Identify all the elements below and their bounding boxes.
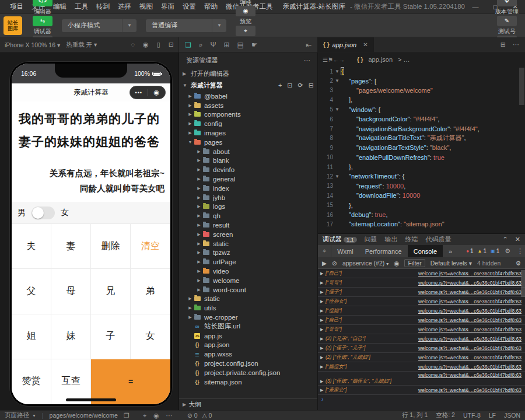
- console-source-link[interactable]: welcome.js?t=wechat&…c6e36c01bf47bdf8:63: [418, 308, 522, 314]
- current-page-path[interactable]: pages/welcome/welcome: [50, 412, 118, 419]
- tree-item-we-cropper[interactable]: ▶we-cropper: [179, 313, 317, 322]
- project-section[interactable]: ▼ 亲戚计算器 +⊡⟳⊟: [179, 79, 317, 91]
- tree-item-站长图库.url[interactable]: ∞站长图库.url: [179, 322, 317, 331]
- expand-icon[interactable]: ▶: [320, 327, 326, 332]
- tree-item-@babel[interactable]: ▶@babel: [179, 92, 317, 101]
- tree-item-urlPage[interactable]: ▶urlPage: [179, 257, 317, 267]
- top-frame-icon[interactable]: ▶: [322, 260, 327, 267]
- fold-icon[interactable]: ▼: [333, 107, 341, 112]
- devtools-tab-Performance[interactable]: Performance: [359, 245, 408, 257]
- console-row[interactable]: ▶["亲家公"]welcome.js?t=wechat&…c6e36c01bf4…: [318, 386, 525, 395]
- editor-scrollbar[interactable]: [519, 68, 524, 105]
- status-item[interactable]: 行 1, 列 1: [402, 411, 428, 419]
- console-row[interactable]: ▶(2) ["兄弟", "自己"]welcome.js?t=wechat&…c6…: [318, 334, 525, 344]
- tree-item-sitemap.json[interactable]: {}sitemap.json: [179, 377, 317, 387]
- tree-item-devinfo[interactable]: ▶devinfo: [179, 165, 317, 174]
- extensions-icon[interactable]: ⊞: [224, 41, 230, 49]
- inspect-element-icon[interactable]: ⌖: [318, 245, 331, 257]
- tree-item-welcome[interactable]: ▶welcome: [179, 276, 317, 285]
- code-area[interactable]: 1▼{2▼"pages": [3"pages/welcome/welcome"4…: [318, 66, 525, 233]
- editor-list-icon[interactable]: ☰: [323, 57, 328, 63]
- fold-icon[interactable]: ▼: [333, 174, 341, 179]
- status-item[interactable]: UTF-8: [463, 412, 481, 419]
- breadcrumb-more[interactable]: > …: [398, 56, 410, 63]
- tree-item-components[interactable]: ▶components: [179, 110, 317, 120]
- expand-icon[interactable]: ▶: [320, 355, 326, 360]
- tree-item-general[interactable]: ▶general: [179, 174, 317, 184]
- console-source-link[interactable]: welcome.js?t=wechat&…c6e36c01bf47bdf8:63: [418, 364, 522, 370]
- tree-item-tpzwz[interactable]: ▶tpzwz: [179, 249, 317, 258]
- tree-item-images[interactable]: ▶images: [179, 128, 317, 138]
- expand-icon[interactable]: ▶: [320, 299, 326, 304]
- console-row[interactable]: ▶["自己"]welcome.js?t=wechat&…c6e36c01bf47…: [318, 269, 525, 278]
- refresh-explorer-icon[interactable]: ⟳: [298, 82, 303, 89]
- panel-tab-输出[interactable]: 输出: [385, 235, 398, 244]
- expand-icon[interactable]: ▶: [320, 318, 326, 323]
- toolbar-button-编辑器[interactable]: </>编辑器: [31, 0, 54, 16]
- keypad-key-妹[interactable]: 妹: [51, 314, 91, 359]
- settings-gear-icon[interactable]: ⚙: [505, 247, 510, 255]
- log-levels-dropdown[interactable]: Default levels ▾: [430, 260, 472, 267]
- expand-icon[interactable]: ▶: [320, 271, 326, 276]
- eye-icon[interactable]: ◉: [394, 260, 399, 267]
- tree-item-video[interactable]: ▶video: [179, 267, 317, 276]
- tree-item-jyhb[interactable]: ▶jyhb: [179, 193, 317, 202]
- tree-item-qh[interactable]: ▶qh: [179, 211, 317, 220]
- tree-item-project.private.config.json[interactable]: {}project.private.config.json: [179, 368, 317, 377]
- console-row[interactable]: ▶(2) ["侄媳", "儿媳妇"]welcome.js?t=wechat&…c…: [318, 353, 525, 362]
- device-selector[interactable]: iPhone X 100% 16 ▾: [5, 41, 60, 48]
- context-selector[interactable]: appservice (#2) ▾: [342, 260, 388, 267]
- status-item[interactable]: 空格: 2: [436, 411, 455, 419]
- toolbar-button-测试号[interactable]: ✎测试号: [495, 16, 519, 36]
- tree-item-static[interactable]: ▶static: [179, 295, 317, 304]
- keypad-key-女[interactable]: 女: [131, 314, 170, 359]
- status-more-icon[interactable]: ⋯: [166, 412, 172, 419]
- expand-icon[interactable]: ▶: [320, 379, 326, 384]
- menu-item[interactable]: 选择: [114, 2, 135, 11]
- expand-icon[interactable]: ▶: [320, 281, 326, 285]
- search-icon[interactable]: ⌕: [199, 41, 203, 49]
- back-icon[interactable]: ←: [333, 57, 339, 63]
- status-item[interactable]: LF: [489, 412, 496, 419]
- console-row[interactable]: ▶["侄孙女"]welcome.js?t=wechat&…c6e36c01bf4…: [318, 297, 525, 306]
- tree-item-assets[interactable]: ▶assets: [179, 101, 317, 110]
- keypad-key-互查[interactable]: 互查: [51, 359, 91, 404]
- compile-mode-dropdown[interactable]: 普通编译 ▼: [146, 19, 226, 32]
- keypad-key-夫[interactable]: 夫: [12, 224, 51, 269]
- info-count[interactable]: ▣1: [491, 248, 499, 254]
- warning-count[interactable]: ▲1: [478, 248, 487, 254]
- toolbar-button-编译[interactable]: ⟳编译: [234, 0, 257, 6]
- keypad-key-母[interactable]: 母: [51, 269, 91, 314]
- collapse-sidebar-icon[interactable]: ⇤: [306, 41, 312, 49]
- console-scrollbar[interactable]: [521, 270, 525, 297]
- tree-item-word-count[interactable]: ▶word-count: [179, 285, 317, 295]
- bookmark-icon[interactable]: ⚑: [328, 57, 333, 63]
- fold-icon[interactable]: ▼: [333, 69, 341, 74]
- hot-reload-toggle[interactable]: 热重载 开 ▾: [66, 41, 97, 49]
- menu-item[interactable]: 项目: [6, 2, 27, 11]
- console-row[interactable]: ▶["哥哥"]welcome.js?t=wechat&…c6e36c01bf47…: [318, 325, 525, 334]
- console-source-link[interactable]: welcome.js?t=wechat&…c6e36c01bf47bdf8:63: [418, 271, 522, 276]
- preview-status-icon[interactable]: ◉: [153, 412, 159, 419]
- keypad-key-删除[interactable]: 删除: [91, 224, 131, 269]
- tree-item-about[interactable]: ▶about: [179, 147, 317, 156]
- more-vert-icon[interactable]: ⋮: [517, 247, 523, 255]
- console-source-link[interactable]: welcome.js?t=wechat&…c6e36c01bf47bdf8:63: [418, 280, 522, 286]
- console-source-link[interactable]: welcome.js?t=wechat&…c6e36c01bf47bdf8:63: [418, 317, 522, 323]
- collapse-folders-icon[interactable]: ⊟: [309, 82, 314, 89]
- mode-dropdown[interactable]: 小程序模式 ▼: [62, 19, 136, 32]
- expand-icon[interactable]: ▶: [320, 290, 326, 295]
- problems-count[interactable]: △ 0: [202, 412, 212, 419]
- device-icon[interactable]: ▯: [157, 41, 160, 48]
- tree-item-app.json[interactable]: {}app.json: [179, 341, 317, 350]
- console-source-link[interactable]: welcome.js?t=wechat&…c6e36c01bf47bdf8:63: [418, 387, 522, 393]
- forward-icon[interactable]: →: [339, 57, 345, 63]
- console-row[interactable]: ▶["姻侄女"]welcome.js?t=wechat&…c6e36c01bf4…: [318, 362, 525, 372]
- save-layout-icon[interactable]: ▤: [237, 41, 244, 49]
- tree-item-utils[interactable]: ▶utils: [179, 303, 317, 313]
- expand-icon[interactable]: ▶: [320, 309, 326, 313]
- new-folder-icon[interactable]: ⊡: [287, 82, 292, 89]
- console-settings-icon[interactable]: ⚙: [516, 260, 521, 267]
- tree-item-index[interactable]: ▶index: [179, 184, 317, 193]
- toolbar-button-调试器[interactable]: ⇆调试器: [31, 16, 54, 36]
